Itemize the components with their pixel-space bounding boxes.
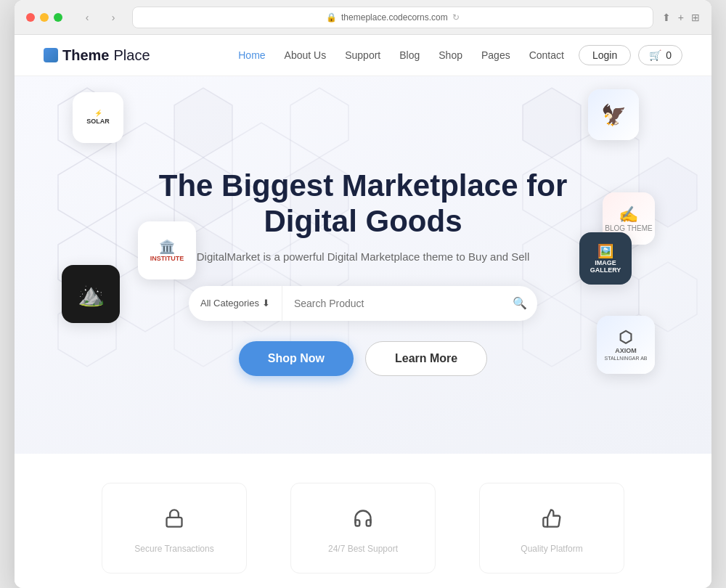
- search-input[interactable]: [282, 286, 502, 321]
- nav-blog[interactable]: Blog: [399, 49, 420, 61]
- back-button[interactable]: ‹: [77, 7, 97, 28]
- feature-label-quality: Quality Platform: [521, 543, 582, 555]
- svg-marker-14: [290, 88, 348, 158]
- logo-icon: [44, 48, 58, 62]
- share-icon[interactable]: ⬆: [662, 12, 671, 23]
- learn-more-button[interactable]: Learn More: [365, 341, 487, 376]
- browser-nav: ‹ ›: [77, 7, 123, 28]
- feature-card-support: 24/7 Best Support: [290, 483, 436, 573]
- feature-card-quality: Quality Platform: [479, 483, 624, 573]
- category-label: All Categories: [200, 298, 259, 309]
- traffic-lights: [26, 13, 62, 22]
- hero-content: The Biggest Marketplace for Digital Good…: [109, 168, 617, 376]
- hero-section: ⚡SOLAR 🦅 🏛️ INSTITUTE ⛰️ ✍️ BLOG THEME: [15, 76, 711, 454]
- login-button[interactable]: Login: [579, 45, 631, 65]
- chevron-down-icon: ⬇: [262, 298, 270, 309]
- nav-pages[interactable]: Pages: [481, 49, 510, 61]
- svg-rect-27: [167, 518, 182, 527]
- svg-marker-7: [174, 88, 232, 158]
- browser-window: ‹ › 🔒 themeplace.codecorns.com ↻ ⬆ + ⊞ T…: [15, 0, 711, 588]
- search-button[interactable]: 🔍: [502, 286, 537, 321]
- nav-about[interactable]: About Us: [285, 49, 327, 61]
- cart-button[interactable]: 🛒 0: [638, 45, 682, 65]
- floating-icon-bird: 🦅: [588, 89, 639, 140]
- svg-marker-2: [58, 158, 116, 227]
- feature-label-security: Secure Transactions: [134, 543, 213, 555]
- address-bar[interactable]: 🔒 themeplace.codecorns.com ↻: [132, 7, 653, 28]
- hero-title: The Biggest Marketplace for Digital Good…: [109, 168, 617, 239]
- close-button[interactable]: [26, 13, 35, 22]
- feature-icon-lock: [157, 501, 192, 536]
- feature-card-security: Secure Transactions: [102, 483, 247, 573]
- shop-now-button[interactable]: Shop Now: [239, 341, 354, 376]
- grid-icon[interactable]: ⊞: [691, 12, 700, 23]
- floating-icon-solar: ⚡SOLAR: [73, 92, 123, 143]
- forward-button[interactable]: ›: [103, 7, 123, 28]
- browser-actions: ⬆ + ⊞: [662, 12, 700, 23]
- hero-subtitle: DigitalMarket is a powerful Digital Mark…: [109, 250, 617, 263]
- site-content: ThemePlace Home About Us Support Blog Sh…: [15, 35, 711, 588]
- minimize-button[interactable]: [40, 13, 49, 22]
- logo: ThemePlace: [44, 47, 150, 64]
- cart-icon: 🛒: [649, 49, 661, 61]
- nav-home[interactable]: Home: [238, 49, 265, 61]
- hero-buttons: Shop Now Learn More: [109, 341, 617, 376]
- nav-contact[interactable]: Contact: [529, 49, 564, 61]
- svg-marker-18: [523, 88, 581, 158]
- search-icon: 🔍: [513, 296, 527, 310]
- navbar: ThemePlace Home About Us Support Blog Sh…: [15, 35, 711, 76]
- logo-place: Place: [113, 47, 150, 64]
- maximize-button[interactable]: [54, 13, 62, 22]
- feature-icon-headphones: [346, 501, 380, 536]
- logo-theme: Theme: [62, 47, 109, 64]
- features-section: Secure Transactions 24/7 Best Support: [15, 454, 711, 588]
- search-bar: All Categories ⬇ 🔍: [189, 286, 537, 321]
- feature-label-support: 24/7 Best Support: [328, 543, 398, 555]
- nav-support[interactable]: Support: [345, 49, 380, 61]
- new-tab-icon[interactable]: +: [678, 12, 684, 23]
- feature-icon-thumbsup: [534, 501, 569, 536]
- refresh-icon: ↻: [452, 12, 460, 23]
- category-select[interactable]: All Categories ⬇: [189, 286, 282, 321]
- cart-count: 0: [666, 49, 672, 61]
- url-text: themeplace.codecorns.com: [341, 12, 448, 23]
- nav-shop[interactable]: Shop: [439, 49, 462, 61]
- nav-links: Home About Us Support Blog Shop Pages Co…: [238, 49, 564, 62]
- lock-icon: 🔒: [326, 12, 337, 23]
- browser-chrome: ‹ › 🔒 themeplace.codecorns.com ↻ ⬆ + ⊞: [15, 0, 711, 35]
